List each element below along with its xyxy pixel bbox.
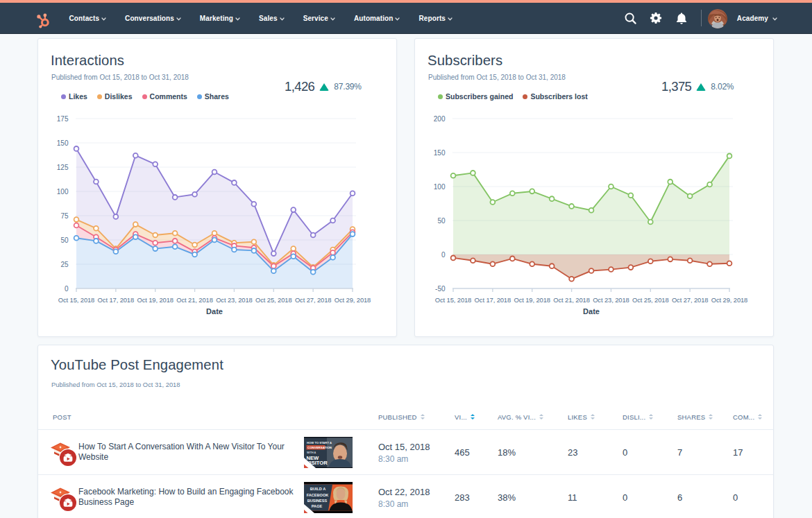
column-header-label: AVG. % VI... [498, 413, 536, 421]
cell-likes: 11 [568, 492, 577, 503]
legend-item-comments[interactable]: Comments [142, 92, 187, 101]
legend-label: Subscribers gained [446, 92, 513, 101]
column-header-shares[interactable]: SHARES [677, 413, 713, 421]
column-header-label: PUBLISHED [378, 413, 417, 421]
sort-asc-arrow [471, 414, 475, 416]
column-header-post: POST [53, 413, 71, 421]
engagement-table: POSTPUBLISHEDVI...AVG. % VI...LIKESDISLI… [38, 404, 773, 518]
svg-text:0: 0 [65, 285, 69, 293]
legend-dot [197, 94, 202, 99]
legend-item-likes[interactable]: Likes [61, 92, 87, 101]
svg-text:100: 100 [434, 183, 446, 191]
subscribers-line-chart[interactable]: -50050100150200Oct 15, 2018Oct 17, 2018O… [415, 112, 775, 320]
subscribers-delta: 8.02% [711, 82, 734, 92]
svg-text:HOW TO START A: HOW TO START A [307, 441, 332, 444]
legend-dot [438, 94, 443, 99]
post-title-link[interactable]: How To Start A Conversation With A New V… [78, 442, 298, 463]
svg-text:FACEBOOK: FACEBOOK [307, 493, 329, 497]
column-header-views[interactable]: VI... [455, 413, 475, 421]
engagement-title: YouTube Post Engagement [51, 357, 223, 373]
svg-text:Oct 23, 2018: Oct 23, 2018 [216, 296, 252, 304]
cell-dislikes: 0 [623, 447, 627, 458]
video-thumbnail-facebook-page[interactable]: BUILD A FACEBOOK BUSINESS PAGE [304, 482, 353, 513]
svg-text:Oct 23, 2018: Oct 23, 2018 [593, 296, 629, 304]
cell-comments: 17 [733, 447, 743, 458]
svg-text:Date: Date [583, 307, 600, 316]
svg-text:Oct 29, 2018: Oct 29, 2018 [711, 296, 747, 304]
cell-avg: 38% [498, 492, 516, 503]
published-date: Oct 15, 2018 [378, 442, 430, 452]
published-time: 8:30 am [378, 499, 430, 509]
column-header-label: SHARES [677, 413, 705, 421]
svg-text:Oct 15, 2018: Oct 15, 2018 [435, 296, 471, 304]
svg-text:Oct 15, 2018: Oct 15, 2018 [58, 296, 94, 304]
sort-toggle-icon[interactable] [539, 413, 543, 420]
svg-text:-50: -50 [435, 285, 446, 293]
post-title-link[interactable]: Facebook Marketing: How to Build an Enga… [78, 487, 298, 508]
legend-item-subscribers-gained[interactable]: Subscribers gained [438, 92, 513, 101]
svg-text:Oct 21, 2018: Oct 21, 2018 [176, 296, 212, 304]
sort-toggle-icon[interactable] [709, 413, 713, 420]
legend-dot [97, 94, 102, 99]
legend-label: Dislikes [105, 92, 133, 101]
svg-text:200: 200 [434, 115, 446, 123]
cell-likes: 23 [568, 447, 577, 458]
svg-text:150: 150 [57, 139, 69, 147]
legend-item-shares[interactable]: Shares [197, 92, 229, 101]
svg-text:175: 175 [57, 115, 69, 123]
legend-item-dislikes[interactable]: Dislikes [97, 92, 133, 101]
svg-text:50: 50 [60, 236, 69, 244]
sort-toggle-icon[interactable] [471, 413, 475, 420]
column-header-label: VI... [455, 413, 467, 421]
column-header-dislikes[interactable]: DISLI... [623, 413, 653, 421]
column-header-comments[interactable]: COM... [733, 413, 762, 421]
svg-text:Oct 25, 2018: Oct 25, 2018 [632, 296, 668, 304]
legend-dot [523, 94, 527, 99]
cell-dislikes: 0 [623, 492, 627, 503]
cell-views: 283 [455, 492, 470, 503]
sort-toggle-icon[interactable] [758, 413, 762, 420]
youtube-academy-avatar [49, 439, 77, 467]
cell-comments: 0 [733, 492, 738, 503]
interactions-legend: LikesDislikesCommentsShares [61, 92, 239, 101]
trend-up-icon [319, 83, 329, 91]
svg-text:Oct 19, 2018: Oct 19, 2018 [137, 296, 173, 304]
interactions-summary: 1,426 87.39% [285, 79, 362, 94]
sort-desc-arrow [649, 417, 653, 420]
column-header-avg[interactable]: AVG. % VI... [498, 413, 543, 421]
sort-desc-arrow [709, 417, 713, 420]
sort-toggle-icon[interactable] [649, 413, 653, 420]
svg-text:WITH A: WITH A [307, 451, 316, 454]
legend-label: Subscribers lost [530, 92, 587, 101]
svg-text:Oct 25, 2018: Oct 25, 2018 [255, 296, 291, 304]
svg-text:Oct 17, 2018: Oct 17, 2018 [98, 296, 134, 304]
legend-item-subscribers-lost[interactable]: Subscribers lost [523, 92, 587, 101]
interactions-total: 1,426 [285, 79, 314, 94]
legend-label: Likes [69, 92, 87, 101]
subscribers-total: 1,375 [661, 79, 691, 94]
sort-desc-arrow [758, 417, 762, 420]
published-date: Oct 22, 2018 [378, 487, 430, 497]
subscribers-report-card: Subscribers Published from Oct 15, 2018 … [414, 38, 774, 337]
cell-published: Oct 22, 20188:30 am [378, 487, 430, 509]
svg-text:Oct 17, 2018: Oct 17, 2018 [475, 296, 511, 304]
sort-desc-arrow [471, 417, 475, 420]
table-row[interactable]: How To Start A Conversation With A New V… [38, 430, 773, 475]
interactions-report-card: Interactions Published from Oct 15, 2018… [37, 38, 397, 337]
sort-asc-arrow [649, 414, 653, 416]
subscribers-title: Subscribers [428, 53, 502, 69]
table-row[interactable]: Facebook Marketing: How to Build an Enga… [38, 475, 773, 518]
video-thumbnail-new-visitor[interactable]: HOW TO START A CONVERSATION WITH A NEW V… [304, 437, 353, 468]
svg-text:PAGE: PAGE [312, 504, 323, 508]
cell-views: 465 [455, 447, 470, 458]
column-header-likes[interactable]: LIKES [568, 413, 595, 421]
sort-toggle-icon[interactable] [591, 413, 595, 420]
sort-asc-arrow [421, 414, 425, 416]
subscribers-summary: 1,375 8.02% [661, 79, 734, 94]
svg-text:75: 75 [60, 212, 69, 220]
svg-text:0: 0 [441, 251, 446, 259]
interactions-line-chart[interactable]: 0255075100125150175Oct 15, 2018Oct 17, 2… [38, 112, 398, 320]
subscribers-date-range: Published from Oct 15, 2018 to Oct 31, 2… [428, 74, 566, 81]
sort-toggle-icon[interactable] [421, 413, 425, 420]
column-header-published[interactable]: PUBLISHED [378, 413, 425, 421]
